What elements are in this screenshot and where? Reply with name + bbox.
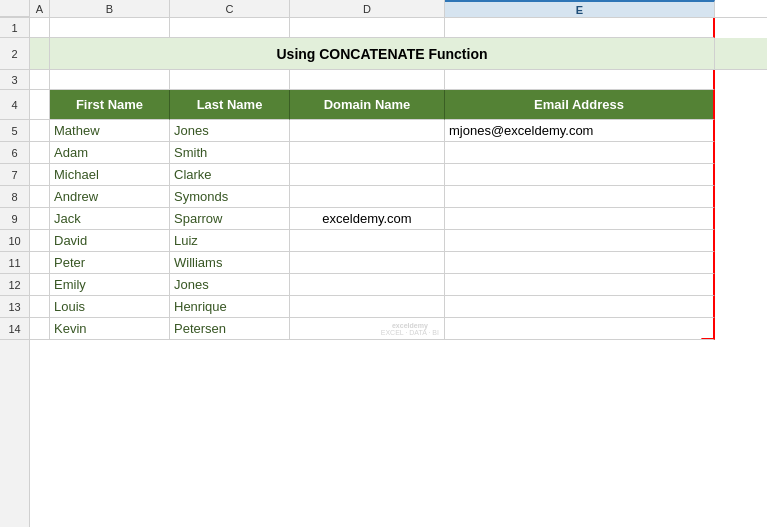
cell-b14[interactable]: Kevin: [50, 318, 170, 340]
row-num-8[interactable]: 8: [0, 186, 29, 208]
header-first-name: First Name: [76, 97, 143, 112]
col-header-b[interactable]: B: [50, 0, 170, 17]
cell-e2[interactable]: [715, 38, 767, 70]
row-num-1[interactable]: 1: [0, 18, 29, 38]
cell-d13[interactable]: [290, 296, 445, 318]
cell-a13[interactable]: [30, 296, 50, 318]
cell-d1[interactable]: [290, 18, 445, 38]
row-12: Emily Jones: [30, 274, 767, 296]
cell-e5[interactable]: mjones@exceldemy.com: [445, 120, 715, 142]
cell-c14[interactable]: Petersen: [170, 318, 290, 340]
cell-b4-header[interactable]: First Name: [50, 90, 170, 120]
row-9: Jack Sparrow exceldemy.com: [30, 208, 767, 230]
row-num-4[interactable]: 4: [0, 90, 29, 120]
cell-c7[interactable]: Clarke: [170, 164, 290, 186]
cell-c13[interactable]: Henrique: [170, 296, 290, 318]
cell-b7[interactable]: Michael: [50, 164, 170, 186]
col-header-e[interactable]: E: [445, 0, 715, 17]
cell-c10[interactable]: Luiz: [170, 230, 290, 252]
row-14: Kevin Petersen exceldemy EXCEL · DATA · …: [30, 318, 767, 340]
row-2: Using CONCATENATE Function: [30, 38, 767, 70]
cell-e13[interactable]: [445, 296, 715, 318]
cell-d14[interactable]: exceldemy EXCEL · DATA · BI: [290, 318, 445, 340]
cell-c3[interactable]: [170, 70, 290, 90]
cell-c8[interactable]: Symonds: [170, 186, 290, 208]
cell-a2[interactable]: [30, 38, 50, 70]
cell-c12[interactable]: Jones: [170, 274, 290, 296]
grid-content: Using CONCATENATE Function First: [30, 18, 767, 527]
cell-d8[interactable]: [290, 186, 445, 208]
col-header-c[interactable]: C: [170, 0, 290, 17]
row-num-3[interactable]: 3: [0, 70, 29, 90]
cell-e14[interactable]: [445, 318, 715, 340]
cell-b1[interactable]: [50, 18, 170, 38]
cell-a14[interactable]: [30, 318, 50, 340]
cell-a10[interactable]: [30, 230, 50, 252]
row-6: Adam Smith: [30, 142, 767, 164]
cell-d11[interactable]: [290, 252, 445, 274]
cell-d12[interactable]: [290, 274, 445, 296]
header-domain-name: Domain Name: [324, 97, 411, 112]
cell-b9[interactable]: Jack: [50, 208, 170, 230]
cell-d9-domain[interactable]: exceldemy.com: [290, 208, 445, 230]
row-num-11[interactable]: 11: [0, 252, 29, 274]
cell-d3[interactable]: [290, 70, 445, 90]
cell-c5[interactable]: Jones: [170, 120, 290, 142]
cell-a5[interactable]: [30, 120, 50, 142]
row-3: [30, 70, 767, 90]
grid-body: 1 2 3 4 5 6 7 8 9 10 11 12 13 14: [0, 18, 767, 527]
cell-a7[interactable]: [30, 164, 50, 186]
row-5: Mathew Jones mjones@exceldemy.com +: [30, 120, 767, 142]
col-header-d[interactable]: D: [290, 0, 445, 17]
cell-c4-header[interactable]: Last Name: [170, 90, 290, 120]
cell-c1[interactable]: [170, 18, 290, 38]
cell-a6[interactable]: [30, 142, 50, 164]
cell-d10[interactable]: [290, 230, 445, 252]
cell-b10[interactable]: David: [50, 230, 170, 252]
row-num-10[interactable]: 10: [0, 230, 29, 252]
row-num-12[interactable]: 12: [0, 274, 29, 296]
cell-e8[interactable]: [445, 186, 715, 208]
row-1: [30, 18, 767, 38]
col-header-a[interactable]: A: [30, 0, 50, 17]
cell-d6[interactable]: [290, 142, 445, 164]
cell-d4-header[interactable]: Domain Name: [290, 90, 445, 120]
cell-c9[interactable]: Sparrow: [170, 208, 290, 230]
cell-a11[interactable]: [30, 252, 50, 274]
cell-e3[interactable]: [445, 70, 715, 90]
cell-d7[interactable]: [290, 164, 445, 186]
cell-b5[interactable]: Mathew: [50, 120, 170, 142]
row-num-14[interactable]: 14: [0, 318, 29, 340]
cell-a4[interactable]: [30, 90, 50, 120]
cell-a1[interactable]: [30, 18, 50, 38]
cell-b8[interactable]: Andrew: [50, 186, 170, 208]
cell-c6[interactable]: Smith: [170, 142, 290, 164]
cell-e12[interactable]: [445, 274, 715, 296]
cell-b13[interactable]: Louis: [50, 296, 170, 318]
cell-e10[interactable]: [445, 230, 715, 252]
spreadsheet: A B C D E 1 2 3 4 5 6 7 8 9 10 11 12 13 …: [0, 0, 767, 527]
cell-b6[interactable]: Adam: [50, 142, 170, 164]
cell-b3[interactable]: [50, 70, 170, 90]
cell-e11[interactable]: [445, 252, 715, 274]
cell-b2-title[interactable]: Using CONCATENATE Function: [50, 38, 715, 70]
cell-c11[interactable]: Williams: [170, 252, 290, 274]
cell-e4-header[interactable]: Email Address: [445, 90, 715, 120]
cell-e6[interactable]: [445, 142, 715, 164]
cell-e7[interactable]: [445, 164, 715, 186]
cell-e1[interactable]: [445, 18, 715, 38]
row-num-2[interactable]: 2: [0, 38, 29, 70]
row-num-6[interactable]: 6: [0, 142, 29, 164]
cell-a12[interactable]: [30, 274, 50, 296]
cell-a8[interactable]: [30, 186, 50, 208]
cell-d5[interactable]: [290, 120, 445, 142]
cell-e9[interactable]: [445, 208, 715, 230]
cell-b11[interactable]: Peter: [50, 252, 170, 274]
row-num-7[interactable]: 7: [0, 164, 29, 186]
cell-a3[interactable]: [30, 70, 50, 90]
cell-a9[interactable]: [30, 208, 50, 230]
row-num-9[interactable]: 9: [0, 208, 29, 230]
cell-b12[interactable]: Emily: [50, 274, 170, 296]
row-num-5[interactable]: 5: [0, 120, 29, 142]
row-num-13[interactable]: 13: [0, 296, 29, 318]
